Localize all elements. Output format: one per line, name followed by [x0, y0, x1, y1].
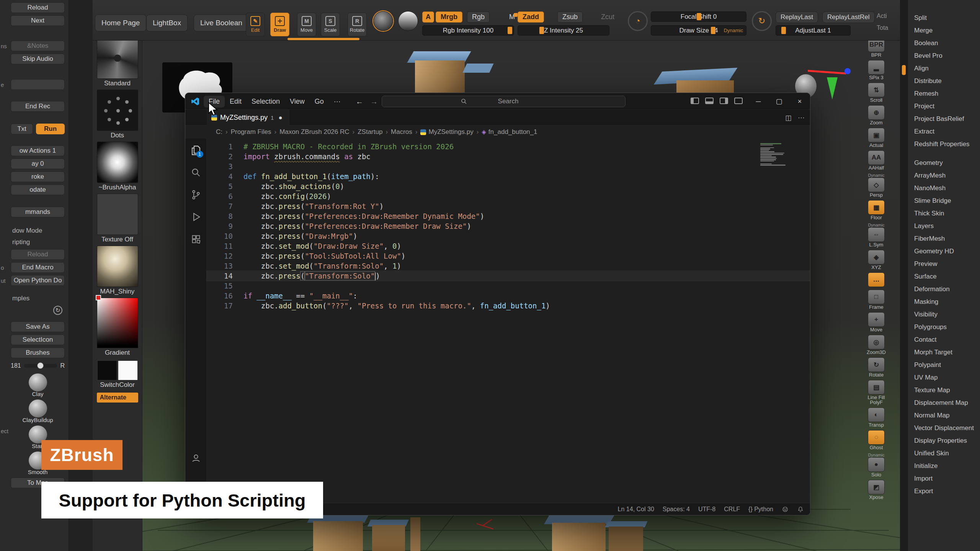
shelf-floor-button[interactable]: ▦Floor [868, 200, 885, 220]
tool-menu-preview[interactable]: Preview [908, 258, 980, 270]
ls-notes-button[interactable]: &Notes [11, 41, 65, 51]
breadcrumb-fn-add-button-1[interactable]: ◈fn_add_button_1 [482, 128, 537, 136]
brush-texture-off[interactable]: Texture Off [93, 194, 142, 243]
ls-button-button[interactable] [11, 79, 65, 90]
slider-knob[interactable] [711, 27, 715, 34]
tool-panel-scrollbar[interactable] [900, 0, 908, 551]
ls-ow-actions-1-button[interactable]: ow Actions 1 [11, 145, 65, 156]
rgb-toggle[interactable]: Rgb [467, 11, 490, 23]
shelf-frame-button[interactable]: □Frame [868, 290, 885, 310]
titlebar-menu-edit[interactable]: Edit [225, 96, 247, 108]
titlebar-menu-go[interactable]: Go [310, 96, 329, 108]
code-line-4[interactable]: 4def fn_add_button_1(item_path): [207, 171, 810, 181]
scale-mode-button[interactable]: S Scale [321, 13, 340, 36]
ls-open-python-do-button[interactable]: Open Python Do [11, 275, 65, 286]
status-language[interactable]: {} Python [748, 506, 773, 513]
ls-value-slider[interactable]: 181R [11, 360, 65, 371]
tool-menu-display-properties[interactable]: Display Properties [908, 434, 980, 447]
tool-menu-unified-skin[interactable]: Unified Skin [908, 447, 980, 460]
extensions-icon[interactable] [189, 233, 203, 246]
shelf-xyz-button[interactable]: ◈XYZ [868, 250, 885, 270]
code-line-13[interactable]: 13 zbc.set_mod("Transform:Solo", 1) [207, 261, 810, 271]
mrgb-toggle[interactable]: Mrgb [436, 11, 462, 23]
scrollbar-marker[interactable] [902, 65, 906, 75]
tool-menu-masking[interactable]: Masking [908, 295, 980, 308]
source-control-icon[interactable] [189, 188, 203, 201]
brush-standard[interactable]: Standard [93, 37, 142, 87]
a-toggle[interactable]: A [422, 11, 434, 23]
shelf-l-sym-button[interactable]: Dynamic⇔L.Sym [868, 223, 885, 247]
adjust-last-slider[interactable]: AdjustLast 1 [776, 25, 851, 36]
code-line-12[interactable]: 12 zbc.press("Tool:SubTool:All Low") [207, 251, 810, 261]
code-line-5[interactable]: 5 zbc.show_actions(0) [207, 181, 810, 191]
shelf-scroll-button[interactable]: ⇅Scroll [868, 83, 885, 103]
tool-menu-texture-map[interactable]: Texture Map [908, 384, 980, 396]
run-debug-icon[interactable] [189, 210, 203, 223]
zcut-toggle[interactable]: Zcut [596, 11, 619, 23]
tool-menu-uv-map[interactable]: UV Map [908, 371, 980, 384]
replay-icon[interactable]: ↻ [752, 11, 772, 31]
tool-menu-contact[interactable]: Contact [908, 333, 980, 346]
toggle-panel-icon[interactable] [705, 98, 714, 104]
draw-mode-button[interactable]: ✛ Draw [270, 13, 289, 36]
slider-knob[interactable] [539, 27, 544, 34]
minimap[interactable] [760, 143, 788, 166]
code-line-14[interactable]: 14 zbc.press("Transform:Solo") [207, 271, 810, 281]
code-line-16[interactable]: 16if __name__ == "__main__": [207, 291, 810, 301]
shelf-zoom3d-button[interactable]: ◎Zoom3D [867, 335, 886, 355]
brush-brushalpha[interactable]: ~BrushAlpha [93, 142, 142, 191]
tool-menu-nanomesh[interactable]: NanoMesh [908, 182, 980, 194]
tool-menu-bevel-pro[interactable]: Bevel Pro [908, 49, 980, 62]
ls-txt-button[interactable]: Txt [11, 124, 33, 134]
z-intensity-slider[interactable]: Z Intensity 25 [518, 25, 609, 36]
breadcrumb-zstartup[interactable]: ZStartup [358, 128, 382, 136]
modified-indicator[interactable]: ● [278, 114, 282, 122]
explorer-icon[interactable]: 1 [189, 144, 203, 157]
shelf-solo-button[interactable]: Dynamic●Solo [868, 453, 885, 477]
shelf-zoom-button[interactable]: ⊕Zoom [868, 105, 885, 125]
tool-menu-arraymesh[interactable]: ArrayMesh [908, 169, 980, 182]
ls-reload-button[interactable]: Reload [11, 2, 65, 13]
shelf-rotate-button[interactable]: ↻Rotate [868, 357, 885, 377]
tool-menu-extract[interactable]: Extract [908, 125, 980, 138]
ls-skip-audio-button[interactable]: Skip Audio [11, 54, 65, 64]
tool-menu-project[interactable]: Project [908, 100, 980, 112]
rotate-mode-button[interactable]: R Rotate [348, 13, 367, 36]
code-line-2[interactable]: 2import zbrush.commands as zbc [207, 152, 810, 161]
alternate-button[interactable]: Alternate [97, 393, 138, 403]
color-picker[interactable] [97, 298, 138, 348]
minimize-button[interactable]: ─ [748, 93, 769, 110]
ls-brush-clay[interactable]: Clay [11, 373, 65, 397]
nav-back-button[interactable]: ← [354, 96, 365, 107]
ls-mmands-button[interactable]: mmands [11, 207, 65, 217]
shelf-move-button[interactable]: +Move [868, 312, 885, 332]
shelf-ghost-button[interactable]: ◌Ghost [868, 430, 885, 450]
live-boolean-button[interactable]: Live Boolean [194, 15, 249, 31]
tool-menu-slime-bridge[interactable]: Slime Bridge [908, 194, 980, 207]
replay-last-button[interactable]: ReplayLast [776, 11, 818, 23]
editor-more-actions-icon[interactable]: ··· [798, 114, 805, 122]
slider-knob[interactable] [697, 13, 701, 20]
slider-handle[interactable] [514, 13, 518, 17]
nav-forward-button[interactable]: → [368, 96, 380, 107]
ls-reload-button[interactable]: Reload [11, 249, 65, 260]
tool-menu-merge[interactable]: Merge [908, 24, 980, 37]
gizmo-blue-handle[interactable] [844, 68, 851, 74]
zsub-toggle[interactable]: Zsub [557, 11, 583, 23]
search-input[interactable] [470, 98, 547, 105]
shelf-persp-button[interactable]: Dynamic◇Persp [868, 173, 885, 197]
replay-last-rel-button[interactable]: ReplayLastRel [822, 11, 875, 23]
tool-menu-distribute[interactable]: Distribute [908, 75, 980, 87]
ls-run-button[interactable]: Run [36, 124, 65, 134]
status-eol[interactable]: CRLF [724, 506, 740, 513]
toggle-sidebar-icon[interactable] [691, 98, 699, 104]
texture-orb-button[interactable] [398, 11, 418, 31]
focal-shift-slider[interactable]: Focal Shift 0 [651, 11, 746, 22]
tool-menu-boolean[interactable]: Boolean [908, 37, 980, 49]
breadcrumb-macros[interactable]: Macros [391, 128, 412, 136]
ls-brush-claybuildup[interactable]: ClayBuildup [11, 399, 65, 423]
titlebar-menu-view[interactable]: View [285, 96, 310, 108]
shelf-spix-3-button[interactable]: ▂SPix 3 [868, 60, 885, 80]
refresh-icon[interactable]: ↻ [11, 305, 65, 315]
ls-end-macro-button[interactable]: End Macro [11, 262, 65, 273]
